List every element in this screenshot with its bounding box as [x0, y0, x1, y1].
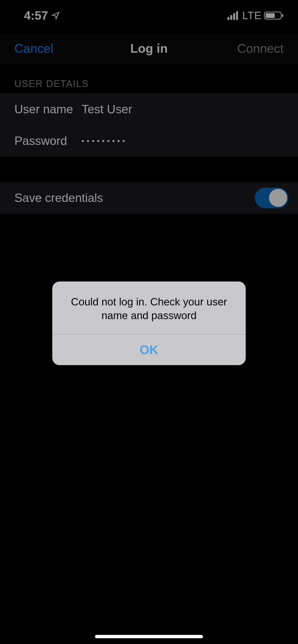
login-error-alert: Could not log in. Check your user name a…: [52, 282, 246, 365]
home-indicator[interactable]: [95, 635, 203, 638]
alert-body: Could not log in. Check your user name a…: [52, 282, 246, 334]
alert-actions: OK: [52, 334, 246, 365]
alert-message: Could not log in. Check your user name a…: [64, 295, 234, 322]
alert-ok-button[interactable]: OK: [52, 334, 246, 365]
